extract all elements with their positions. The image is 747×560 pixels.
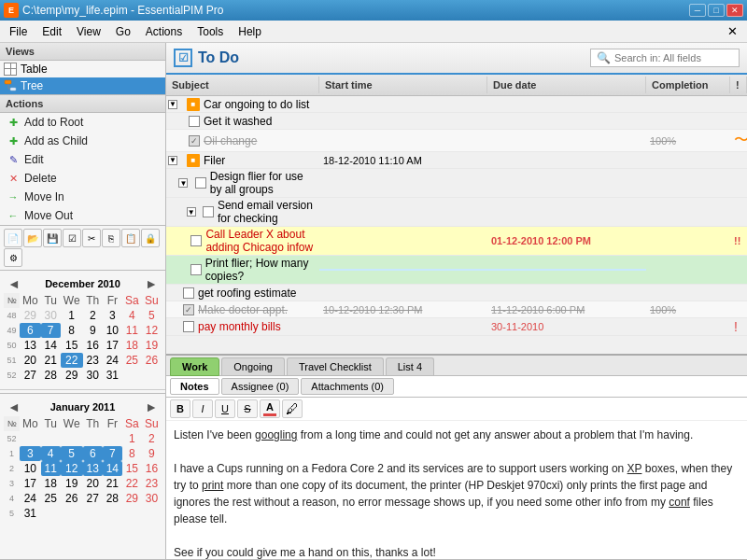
action-move-out[interactable]: ← Move Out bbox=[0, 206, 165, 225]
task-checkbox[interactable] bbox=[195, 177, 206, 189]
format-bold-button[interactable]: B bbox=[170, 399, 190, 418]
jan-cal-header: ◄ January 2011 ► bbox=[4, 398, 162, 416]
task-checkbox[interactable] bbox=[203, 206, 214, 217]
table-row[interactable]: ▼ ■ Car ongoing to do list bbox=[166, 96, 747, 113]
notes-tab-notes[interactable]: Notes bbox=[170, 378, 219, 395]
task-completion bbox=[646, 211, 730, 213]
table-row[interactable]: Get it washed bbox=[166, 113, 747, 130]
task-completion bbox=[646, 292, 730, 294]
close-button[interactable]: ✕ bbox=[726, 4, 743, 17]
format-strike-button[interactable]: S bbox=[237, 399, 258, 418]
expand-icon[interactable]: ▼ bbox=[178, 178, 188, 188]
dec-cal-grid: № MoTuWeThFr SaSu 48 29 30 1 2 3 4 5 49 … bbox=[4, 293, 162, 383]
action-add-root[interactable]: ✚ Add to Root bbox=[0, 113, 165, 132]
sidebar-item-table[interactable]: Table bbox=[0, 61, 165, 77]
tab-list4[interactable]: List 4 bbox=[386, 357, 434, 375]
task-subject-text: Call Leader X about adding Chicago infow bbox=[205, 228, 317, 254]
close-app-button[interactable]: ✕ bbox=[727, 24, 745, 38]
notes-tab-attachments[interactable]: Attachments (0) bbox=[301, 378, 394, 395]
task-start bbox=[319, 140, 487, 142]
tab-travel-checklist[interactable]: Travel Checklist bbox=[287, 357, 384, 375]
task-flag bbox=[730, 182, 747, 184]
task-checkbox[interactable] bbox=[190, 264, 202, 275]
task-due bbox=[487, 292, 646, 294]
task-subject-text: Car ongoing to do list bbox=[204, 98, 309, 111]
menu-file[interactable]: File bbox=[2, 23, 35, 40]
table-row[interactable]: pay monthly bills 30-11-2010 ! bbox=[166, 318, 747, 336]
content-area: ☑ To Do 🔍 Subject Start time Due date Co… bbox=[166, 43, 747, 559]
menu-tools[interactable]: Tools bbox=[190, 23, 231, 40]
sidebar-item-label-tree: Tree bbox=[21, 79, 43, 92]
format-highlight-button[interactable]: 🖊 bbox=[282, 399, 303, 418]
task-due bbox=[487, 269, 646, 271]
toolbar-settings[interactable]: ⚙ bbox=[4, 248, 22, 267]
table-row[interactable]: get roofing estimate bbox=[166, 285, 747, 301]
toolbar-cut[interactable]: ✂ bbox=[82, 229, 101, 247]
format-font-color-button[interactable]: A bbox=[260, 399, 280, 418]
toolbar-lock[interactable]: 🔒 bbox=[141, 229, 160, 247]
toolbar-open[interactable]: 📂 bbox=[23, 229, 42, 247]
table-row[interactable]: ▼ Design flier for use by all groups bbox=[166, 169, 747, 198]
task-start bbox=[319, 182, 487, 184]
action-delete[interactable]: ✕ Delete bbox=[0, 169, 165, 188]
task-checkbox[interactable]: ✓ bbox=[183, 304, 194, 315]
maximize-button[interactable]: □ bbox=[708, 4, 725, 17]
menu-view[interactable]: View bbox=[69, 23, 108, 40]
notes-content[interactable]: Listen I've been googling from a long ti… bbox=[166, 421, 747, 559]
table-row[interactable]: ✓ Make doctor appt. 10-12-2010 12:30 PM … bbox=[166, 301, 747, 318]
expand-icon[interactable]: ▼ bbox=[168, 100, 177, 109]
toolbar-check[interactable]: ☑ bbox=[63, 229, 81, 247]
task-flag bbox=[730, 269, 747, 271]
menu-actions[interactable]: Actions bbox=[138, 23, 190, 40]
action-edit[interactable]: ✎ Edit bbox=[0, 150, 165, 169]
tab-ongoing[interactable]: Ongoing bbox=[221, 357, 285, 375]
action-label-edit: Edit bbox=[24, 153, 44, 166]
task-checkbox[interactable] bbox=[190, 235, 202, 246]
svg-rect-0 bbox=[5, 80, 11, 84]
dec-next-button[interactable]: ► bbox=[141, 276, 162, 291]
table-row[interactable]: ▼ Send email version for checking bbox=[166, 198, 747, 227]
toolbar-paste[interactable]: 📋 bbox=[121, 229, 140, 247]
notes-tab-bar: Notes Assignee (0) Attachments (0) bbox=[166, 376, 747, 398]
expand-icon[interactable]: ▼ bbox=[168, 156, 177, 165]
toolbar-save[interactable]: 💾 bbox=[43, 229, 62, 247]
task-subject-text: Send email version for checking bbox=[218, 199, 317, 225]
format-italic-button[interactable]: I bbox=[192, 399, 213, 418]
notes-tab-assignee[interactable]: Assignee (0) bbox=[221, 378, 300, 395]
tab-work[interactable]: Work bbox=[170, 357, 219, 376]
content-header: ☑ To Do 🔍 bbox=[166, 43, 747, 75]
menu-edit[interactable]: Edit bbox=[35, 23, 69, 40]
menu-go[interactable]: Go bbox=[108, 23, 138, 40]
task-checkbox[interactable]: ✓ bbox=[189, 135, 200, 147]
jan-next-button[interactable]: ► bbox=[141, 399, 162, 414]
sidebar-item-tree[interactable]: Tree bbox=[0, 77, 165, 94]
jan-prev-button[interactable]: ◄ bbox=[4, 399, 24, 414]
col-start: Start time bbox=[319, 77, 487, 93]
dec-prev-button[interactable]: ◄ bbox=[4, 276, 24, 291]
jan-cal-grid: № MoTuWeThFr SaSu 52 1 2 1 3 4 5 6 7 bbox=[4, 416, 162, 521]
task-due: 30-11-2010 bbox=[487, 320, 646, 333]
table-row[interactable]: Call Leader X about adding Chicago infow… bbox=[166, 227, 747, 256]
format-underline-button[interactable]: U bbox=[215, 399, 235, 418]
action-add-child[interactable]: ✚ Add as Child bbox=[0, 132, 165, 150]
notes-text: Listen I've been googling from a long ti… bbox=[174, 428, 732, 559]
task-checkbox[interactable] bbox=[183, 321, 194, 332]
table-row[interactable]: ▼ ■ Filer 18-12-2010 11:10 AM bbox=[166, 152, 747, 169]
toolbar-copy[interactable]: ⎘ bbox=[102, 229, 120, 247]
toolbar-new[interactable]: 📄 bbox=[4, 229, 22, 247]
task-flag: ! bbox=[730, 318, 747, 335]
sidebar-toolbar: 📄 📂 💾 ☑ ✂ ⎘ 📋 🔒 ⚙ bbox=[0, 225, 165, 270]
task-due: 01-12-2010 12:00 PM bbox=[487, 234, 646, 247]
table-row[interactable]: Print flier; How many copies? bbox=[166, 256, 747, 285]
menu-help[interactable]: Help bbox=[231, 23, 269, 40]
table-row[interactable]: ✓ Oil change 100% 〜 bbox=[166, 130, 747, 152]
task-checkbox[interactable] bbox=[183, 287, 194, 299]
action-move-in[interactable]: → Move In bbox=[0, 188, 165, 206]
task-start bbox=[319, 104, 487, 105]
task-subject-text: Filer bbox=[204, 154, 225, 167]
minimize-button[interactable]: ─ bbox=[689, 4, 706, 17]
group-icon: ■ bbox=[187, 154, 200, 167]
search-input[interactable] bbox=[614, 52, 726, 63]
expand-icon[interactable]: ▼ bbox=[187, 207, 196, 217]
task-checkbox[interactable] bbox=[189, 116, 200, 127]
